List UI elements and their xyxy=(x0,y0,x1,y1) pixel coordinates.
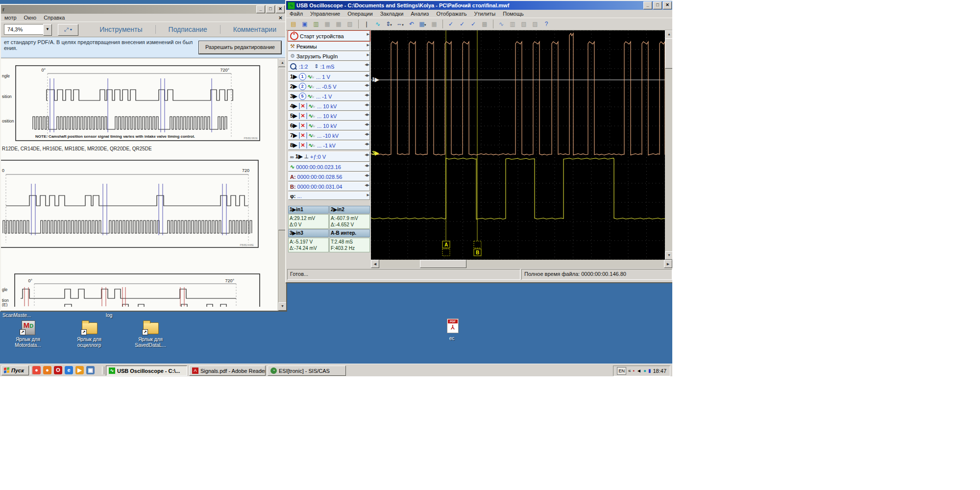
scope-titlebar[interactable]: ∿ USB Oscilloscope - C:\Documents and Se… xyxy=(286,1,672,10)
grid-icon[interactable]: ▩ xyxy=(479,19,490,29)
channel-row-3[interactable]: 3▶5∿∿... -1 V◀▶ xyxy=(288,92,370,101)
phase-row[interactable]: φ: ... ▶ xyxy=(288,192,370,200)
channel-select-icon[interactable]: 2 xyxy=(299,83,306,90)
channel-select-icon[interactable]: 1 xyxy=(299,73,306,80)
zoom-time-icon[interactable]: ⇔▼ xyxy=(395,19,406,29)
explorer-icon[interactable]: ▣ xyxy=(86,366,95,374)
screen-mode-icon[interactable]: ▦▼ xyxy=(417,19,428,29)
save-icon[interactable]: ▣ xyxy=(299,19,310,29)
enable-editing-button[interactable]: Разрешить редактирование xyxy=(199,41,281,54)
scope-scroll-down-icon[interactable]: ▼ xyxy=(665,251,672,260)
channel-disabled-icon[interactable]: ✕ xyxy=(299,122,307,129)
pdf-titlebar[interactable]: r _ □ ✕ xyxy=(1,5,286,14)
channel-disabled-icon[interactable]: ✕ xyxy=(299,132,307,139)
task-button-scope[interactable]: ∿USB Oscilloscope - C:\... xyxy=(106,366,187,376)
scope-scroll-left-icon[interactable]: ◀ xyxy=(371,260,379,268)
pdf-document-area[interactable]: 0°720°nglesitionositionNOTE: Camshaft po… xyxy=(1,59,286,311)
scope-scroll-right-icon[interactable]: ▶ xyxy=(664,260,672,268)
pdf-menu-2[interactable]: Справка xyxy=(44,15,65,21)
measure-icon[interactable]: ▥ xyxy=(507,19,518,29)
scope-vertical-scrollbar[interactable]: ▲ ▼ xyxy=(665,30,672,260)
pdf-zoom-input[interactable]: 74,3% xyxy=(4,24,46,35)
collapse-tray-icon[interactable]: « xyxy=(628,368,631,374)
channel-row-1[interactable]: 1▶1∿∿... 1 V◀▶ xyxy=(288,72,370,81)
zoom-vertical-icon[interactable]: ⇕▼ xyxy=(384,19,394,29)
channel-arrows[interactable]: ◀▶ xyxy=(365,93,369,97)
zoom-timebase-row[interactable]: :1:2 ⇕ :1 mS ◀▶ xyxy=(288,61,370,72)
mediaplayer-icon[interactable]: ▶ xyxy=(75,366,84,374)
scope-menu-3[interactable]: Закладки xyxy=(380,11,404,17)
wave-select-icon[interactable]: ∿ xyxy=(372,19,383,29)
scope-horizontal-scrollbar[interactable]: ◀ ▶ xyxy=(371,260,672,268)
trigger-row[interactable]: ∞ 1▶ ⊥ +ƒ:0 V ◀▶ xyxy=(288,151,370,162)
xy-plot-icon[interactable]: ∿ xyxy=(496,19,507,29)
channel-row-8[interactable]: 8▶✕∿∿... -1 kV◀▶ xyxy=(288,141,370,150)
help-icon[interactable]: ? xyxy=(541,19,552,29)
pdf-menu-1[interactable]: Окно xyxy=(24,15,37,21)
scope-menu-7[interactable]: Помощь xyxy=(503,11,524,17)
channel-row-2[interactable]: 2▶2∿∿... -0.5 V◀▶ xyxy=(288,82,370,91)
channel3-marker[interactable]: 3▶ xyxy=(372,150,379,156)
scope-menu-4[interactable]: Анализ xyxy=(411,11,429,17)
pdf-scroll-down-icon[interactable]: ▼ xyxy=(278,302,286,311)
timebase-arrows[interactable]: ◀▶ xyxy=(365,63,369,67)
channel-arrows[interactable]: ◀▶ xyxy=(365,132,369,136)
lang-indicator[interactable]: EN xyxy=(617,367,626,375)
plugin-expand-icon[interactable]: ▶ xyxy=(367,53,369,57)
chrome-icon[interactable]: ● xyxy=(32,366,41,374)
opera-icon[interactable]: O xyxy=(54,366,62,374)
ie-icon[interactable]: e xyxy=(65,366,73,374)
scope-maximize-button[interactable]: □ xyxy=(653,1,662,9)
shortcut-motordata[interactable]: MD↗Ярлык для Motordata... xyxy=(6,319,50,348)
delete-icon[interactable]: ▧ xyxy=(344,19,355,29)
pdf-file-ec[interactable]: PDF⅄ec xyxy=(430,318,474,342)
hidden-icon-label-0[interactable]: ScanMaste... xyxy=(2,313,31,318)
volume-icon[interactable]: ◄ xyxy=(637,368,641,374)
start-expand-icon[interactable]: ▶ xyxy=(367,32,369,36)
channel-disabled-icon[interactable]: ✕ xyxy=(299,113,307,119)
clear-icon[interactable]: ▨ xyxy=(530,19,540,29)
channel1-marker[interactable]: 1▶ xyxy=(372,76,379,83)
scope-scroll-up-icon[interactable]: ▲ xyxy=(665,30,672,39)
cursor-a-arrows[interactable]: ◀▶ xyxy=(365,173,369,177)
pdf-maximize-button[interactable]: □ xyxy=(266,5,275,13)
open-file-icon[interactable]: ▤ xyxy=(288,19,299,29)
channel-select-icon[interactable]: 5 xyxy=(299,93,306,100)
taskbar-grip2[interactable] xyxy=(102,367,104,374)
channel-disabled-icon[interactable]: ✕ xyxy=(299,142,307,148)
channel-arrows[interactable]: ◀▶ xyxy=(365,103,369,107)
channel-arrows[interactable]: ◀▶ xyxy=(365,122,369,126)
scope-menu-2[interactable]: Операции xyxy=(347,11,372,17)
pdf-minimize-button[interactable]: _ xyxy=(256,5,265,13)
channel-row-7[interactable]: 7▶✕∿∿... -10 kV◀▶ xyxy=(288,131,370,140)
channel-arrows[interactable]: ◀▶ xyxy=(365,74,369,77)
firefox-icon[interactable]: ● xyxy=(43,366,51,374)
screen-alt-icon[interactable]: ▦ xyxy=(429,19,440,29)
modes-expand-icon[interactable]: ▶ xyxy=(367,43,369,47)
trigger-arrows[interactable]: ◀▶ xyxy=(365,153,369,157)
cursor-time-arrows[interactable]: ◀▶ xyxy=(365,164,369,168)
pdf-pane-close-icon[interactable]: ✕ xyxy=(277,15,284,22)
pdf-tab-2[interactable]: Комментарии xyxy=(233,25,276,33)
scope-vscroll-thumb[interactable] xyxy=(665,38,672,69)
modes-button[interactable]: ⚒ Режимы ▶ xyxy=(288,42,370,51)
task-button-pdf[interactable]: ASignals.pdf - Adobe Reader xyxy=(189,366,266,376)
scope-menu-0[interactable]: Файл xyxy=(290,11,303,17)
check-marker-icon[interactable]: ✓ xyxy=(457,19,467,29)
pdf-tab-1[interactable]: Подписание xyxy=(169,25,207,33)
taskbar-clock[interactable]: 18:47 xyxy=(653,368,666,374)
phase-expand-icon[interactable]: ▶ xyxy=(367,193,369,197)
channel-row-5[interactable]: 5▶✕∿∿... 10 kV◀▶ xyxy=(288,111,370,121)
pdf-fit-width-button[interactable]: ⤢ ▾ xyxy=(58,24,78,36)
shortcut-oscillograph[interactable]: ↗Ярлык для осциллогр xyxy=(67,319,111,348)
copy-icon[interactable]: ▦ xyxy=(322,19,333,29)
cursor-time-row[interactable]: ∿ 0000:00:00.023.16 ◀▶ xyxy=(288,162,370,172)
pdf-menu-0[interactable]: мотр xyxy=(4,15,17,21)
start-button[interactable]: Пуск xyxy=(1,366,29,375)
load-plugin-button[interactable]: ⚙ Загрузить PlugIn ▶ xyxy=(288,51,370,61)
hidden-icon-label-1[interactable]: log xyxy=(106,313,112,318)
monitor-tray-icon[interactable]: ● xyxy=(643,368,646,374)
pdf-zoom-dropdown[interactable]: ▼ xyxy=(43,24,52,36)
scope-close-button[interactable]: ✕ xyxy=(663,1,672,9)
pdf-close-button[interactable]: ✕ xyxy=(276,5,285,13)
